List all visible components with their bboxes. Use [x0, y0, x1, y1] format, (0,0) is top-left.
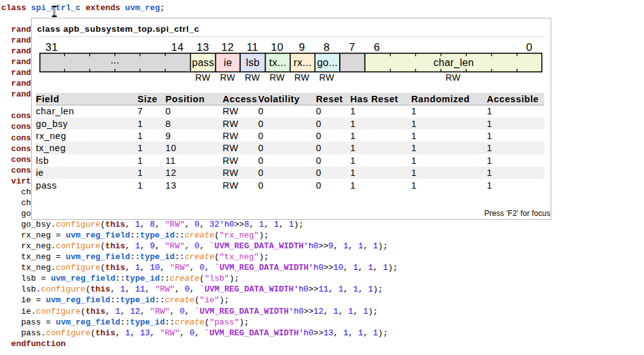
- svg-text:tx...: tx...: [269, 57, 286, 68]
- svg-text:char_len: char_len: [433, 57, 474, 69]
- svg-text:rx...: rx...: [293, 57, 311, 68]
- svg-text:lsb: lsb: [246, 57, 259, 68]
- svg-text:ie: ie: [224, 57, 232, 68]
- svg-text:pass: pass: [192, 57, 214, 68]
- svg-text:...: ...: [110, 55, 119, 65]
- svg-text:go...: go...: [317, 57, 338, 68]
